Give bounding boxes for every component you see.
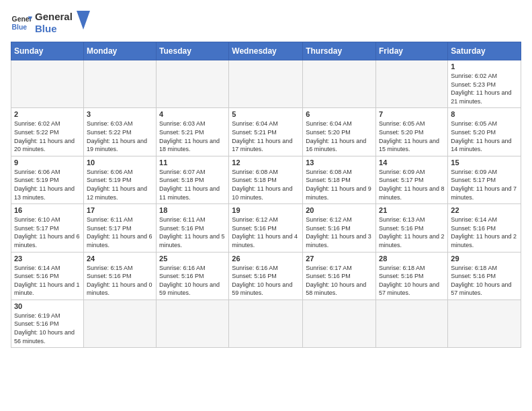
day-number: 2 [14,110,81,118]
calendar-week-row: 16Sunrise: 6:10 AM Sunset: 5:17 PM Dayli… [11,204,521,252]
calendar-week-row: 9Sunrise: 6:06 AM Sunset: 5:19 PM Daylig… [11,156,521,203]
day-info: Sunrise: 6:04 AM Sunset: 5:20 PM Dayligh… [306,120,373,153]
day-info: Sunrise: 6:10 AM Sunset: 5:17 PM Dayligh… [14,216,81,249]
day-info: Sunrise: 6:18 AM Sunset: 5:16 PM Dayligh… [379,264,445,298]
calendar: SundayMondayTuesdayWednesdayThursdayFrid… [11,42,521,348]
day-info: Sunrise: 6:04 AM Sunset: 5:21 PM Dayligh… [232,120,300,153]
day-number: 27 [306,255,373,263]
calendar-day-cell [229,300,303,347]
day-number: 22 [451,206,518,214]
day-number: 8 [451,110,518,118]
calendar-day-cell [229,60,303,108]
calendar-day-cell: 16Sunrise: 6:10 AM Sunset: 5:17 PM Dayli… [11,204,84,252]
day-info: Sunrise: 6:09 AM Sunset: 5:17 PM Dayligh… [451,168,518,201]
calendar-day-cell [83,300,156,347]
day-number: 21 [379,206,445,214]
day-number: 28 [379,255,445,263]
calendar-day-cell: 15Sunrise: 6:09 AM Sunset: 5:17 PM Dayli… [448,156,521,203]
day-number: 24 [87,255,153,263]
day-number: 4 [159,110,226,118]
calendar-day-cell: 27Sunrise: 6:17 AM Sunset: 5:16 PM Dayli… [303,252,376,300]
day-info: Sunrise: 6:18 AM Sunset: 5:16 PM Dayligh… [451,264,518,298]
calendar-day-cell: 21Sunrise: 6:13 AM Sunset: 5:16 PM Dayli… [376,204,448,252]
day-number: 3 [87,110,153,118]
calendar-day-cell: 10Sunrise: 6:06 AM Sunset: 5:19 PM Dayli… [83,156,156,203]
day-number: 6 [306,110,373,118]
calendar-header-row: SundayMondayTuesdayWednesdayThursdayFrid… [11,42,521,60]
day-info: Sunrise: 6:13 AM Sunset: 5:16 PM Dayligh… [379,216,445,249]
day-number: 18 [159,206,226,214]
day-info: Sunrise: 6:19 AM Sunset: 5:16 PM Dayligh… [14,312,81,345]
calendar-day-cell [11,60,84,108]
day-info: Sunrise: 6:03 AM Sunset: 5:21 PM Dayligh… [159,120,226,153]
day-of-week-header: Thursday [303,42,376,60]
day-info: Sunrise: 6:12 AM Sunset: 5:16 PM Dayligh… [232,216,300,249]
day-number: 20 [306,206,373,214]
calendar-day-cell: 17Sunrise: 6:11 AM Sunset: 5:17 PM Dayli… [83,204,156,252]
calendar-day-cell [303,300,376,347]
day-number: 15 [451,158,518,167]
day-info: Sunrise: 6:08 AM Sunset: 5:18 PM Dayligh… [232,168,300,201]
calendar-day-cell: 4Sunrise: 6:03 AM Sunset: 5:21 PM Daylig… [157,108,229,156]
calendar-day-cell: 5Sunrise: 6:04 AM Sunset: 5:21 PM Daylig… [229,108,303,156]
svg-text:Blue: Blue [12,24,28,31]
logo-general-text: General [35,11,73,23]
calendar-day-cell [303,60,376,108]
calendar-day-cell: 8Sunrise: 6:05 AM Sunset: 5:20 PM Daylig… [448,108,521,156]
calendar-day-cell: 14Sunrise: 6:09 AM Sunset: 5:17 PM Dayli… [376,156,448,203]
calendar-day-cell: 12Sunrise: 6:08 AM Sunset: 5:18 PM Dayli… [229,156,303,203]
calendar-day-cell: 20Sunrise: 6:12 AM Sunset: 5:16 PM Dayli… [303,204,376,252]
day-info: Sunrise: 6:14 AM Sunset: 5:16 PM Dayligh… [451,216,518,249]
day-of-week-header: Friday [376,42,448,60]
day-number: 26 [232,255,300,263]
day-info: Sunrise: 6:15 AM Sunset: 5:16 PM Dayligh… [87,264,153,298]
day-info: Sunrise: 6:16 AM Sunset: 5:16 PM Dayligh… [159,264,226,298]
calendar-day-cell [376,300,448,347]
logo-icon: General Blue [11,12,32,34]
day-number: 25 [159,255,226,263]
calendar-day-cell: 13Sunrise: 6:08 AM Sunset: 5:18 PM Dayli… [303,156,376,203]
day-info: Sunrise: 6:12 AM Sunset: 5:16 PM Dayligh… [306,216,373,249]
calendar-day-cell [83,60,156,108]
day-number: 16 [14,206,81,214]
day-number: 17 [87,206,153,214]
calendar-day-cell [448,300,521,347]
calendar-day-cell: 19Sunrise: 6:12 AM Sunset: 5:16 PM Dayli… [229,204,303,252]
logo: General Blue General Blue [11,11,90,35]
calendar-day-cell: 25Sunrise: 6:16 AM Sunset: 5:16 PM Dayli… [157,252,229,300]
day-info: Sunrise: 6:17 AM Sunset: 5:16 PM Dayligh… [306,264,373,298]
day-of-week-header: Wednesday [229,42,303,60]
day-number: 29 [451,255,518,263]
day-info: Sunrise: 6:11 AM Sunset: 5:17 PM Dayligh… [87,216,153,249]
day-info: Sunrise: 6:08 AM Sunset: 5:18 PM Dayligh… [306,168,373,201]
calendar-day-cell: 7Sunrise: 6:05 AM Sunset: 5:20 PM Daylig… [376,108,448,156]
calendar-day-cell: 2Sunrise: 6:02 AM Sunset: 5:22 PM Daylig… [11,108,84,156]
day-number: 7 [379,110,445,118]
calendar-day-cell: 30Sunrise: 6:19 AM Sunset: 5:16 PM Dayli… [11,300,84,347]
day-number: 19 [232,206,300,214]
logo-triangle-icon [77,11,90,30]
day-info: Sunrise: 6:05 AM Sunset: 5:20 PM Dayligh… [379,120,445,153]
calendar-week-row: 30Sunrise: 6:19 AM Sunset: 5:16 PM Dayli… [11,300,521,347]
day-number: 1 [451,62,518,71]
day-info: Sunrise: 6:07 AM Sunset: 5:18 PM Dayligh… [159,168,226,201]
logo-blue-text: Blue [35,23,73,35]
calendar-day-cell: 28Sunrise: 6:18 AM Sunset: 5:16 PM Dayli… [376,252,448,300]
calendar-day-cell: 6Sunrise: 6:04 AM Sunset: 5:20 PM Daylig… [303,108,376,156]
day-of-week-header: Sunday [11,42,84,60]
calendar-week-row: 1Sunrise: 6:02 AM Sunset: 5:23 PM Daylig… [11,60,521,108]
day-number: 12 [232,158,300,167]
day-info: Sunrise: 6:02 AM Sunset: 5:23 PM Dayligh… [451,72,518,105]
calendar-day-cell [376,60,448,108]
day-info: Sunrise: 6:14 AM Sunset: 5:16 PM Dayligh… [14,264,81,298]
day-number: 9 [14,158,81,167]
day-number: 5 [232,110,300,118]
day-number: 13 [306,158,373,167]
svg-marker-3 [77,11,90,30]
calendar-day-cell: 23Sunrise: 6:14 AM Sunset: 5:16 PM Dayli… [11,252,84,300]
calendar-week-row: 23Sunrise: 6:14 AM Sunset: 5:16 PM Dayli… [11,252,521,300]
day-info: Sunrise: 6:05 AM Sunset: 5:20 PM Dayligh… [451,120,518,153]
day-of-week-header: Monday [83,42,156,60]
calendar-day-cell: 26Sunrise: 6:16 AM Sunset: 5:16 PM Dayli… [229,252,303,300]
calendar-week-row: 2Sunrise: 6:02 AM Sunset: 5:22 PM Daylig… [11,108,521,156]
